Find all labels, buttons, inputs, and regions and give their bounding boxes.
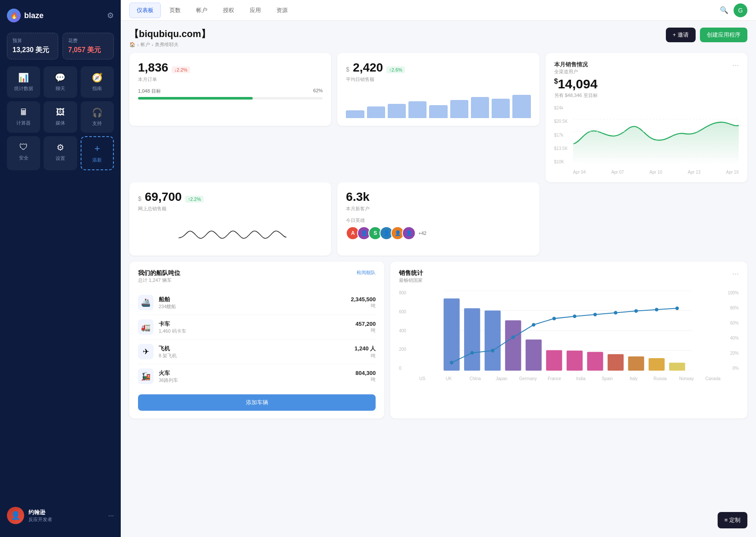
top-nav-actions: 🔍 G [720, 3, 747, 17]
nav-tab-auth[interactable]: 授权 [216, 3, 241, 18]
nav-guide-label: 指南 [92, 85, 102, 92]
nav-add-label: 添新 [92, 157, 102, 163]
user-name: 约翰逊 [28, 509, 52, 516]
create-app-button[interactable]: 创建应用程序 [700, 28, 747, 42]
svg-rect-16 [587, 352, 603, 371]
page-header: 【biqubiqu.com】 🏠 › 帐户 › 奥弗维耶夫 + 邀请 创建应用程… [129, 28, 747, 48]
svg-point-30 [634, 309, 638, 312]
country-label-china: China [466, 376, 485, 381]
bar-6 [450, 100, 468, 118]
fleet-link[interactable]: 检阅舰队 [357, 269, 376, 276]
truck-name: 卡车 [159, 320, 350, 328]
nav-stats[interactable]: 📊 统计数据 [7, 66, 40, 98]
total-sales-badge: ↑2.2% [185, 196, 204, 203]
nav-chat-label: 聊天 [56, 85, 65, 92]
orders-label: 本月订单 [138, 76, 323, 83]
bar-5 [429, 105, 447, 118]
customize-button[interactable]: ≡ 定制 [718, 512, 747, 528]
user-avatar-top[interactable]: G [734, 3, 747, 17]
country-label-italy: Italy [624, 376, 643, 381]
svg-point-28 [593, 313, 597, 316]
svg-rect-19 [649, 358, 665, 371]
add-icon: + [94, 143, 100, 154]
avg-sales-badge: ↑2.6% [386, 66, 405, 73]
bar-7 [471, 97, 489, 118]
heroes-label: 今日英雄 [346, 217, 530, 224]
security-icon: 🛡 [19, 142, 28, 152]
svg-point-31 [655, 308, 659, 311]
nav-media-label: 媒体 [56, 120, 65, 126]
nav-tab-accounts[interactable]: 帐户 [189, 3, 214, 18]
progress-section: 1,048 目标 62% [138, 88, 323, 100]
bar-3 [388, 104, 406, 118]
content-area: 【biqubiqu.com】 🏠 › 帐户 › 奥弗维耶夫 + 邀请 创建应用程… [121, 21, 756, 537]
country-label-us: US [413, 376, 432, 381]
card-menu-icon[interactable]: ··· [732, 61, 739, 70]
nav-tab-dashboard[interactable]: 仪表板 [129, 3, 161, 18]
invite-button[interactable]: + 邀请 [666, 28, 696, 42]
add-vehicle-button[interactable]: 添加车辆 [138, 394, 376, 411]
svg-point-23 [491, 349, 494, 352]
nav-calc-label: 计算器 [16, 120, 31, 126]
sales-stats-title: 销售统计 [399, 269, 423, 277]
svg-rect-13 [526, 340, 542, 371]
chat-icon: 💬 [55, 72, 66, 83]
new-customers-label: 本月新客户 [346, 206, 530, 212]
nav-support[interactable]: 🎧 支持 [81, 101, 114, 133]
total-sales-value: 69,700 [145, 190, 182, 204]
logo-icon: 🔥 [7, 9, 21, 22]
nav-security[interactable]: 🛡 安全 [7, 136, 40, 170]
nav-tab-resources[interactable]: 资源 [270, 3, 295, 18]
plane-amount: 1,240 人 [354, 345, 376, 353]
media-icon: 🖼 [56, 107, 65, 117]
train-icon: 🚂 [138, 368, 154, 384]
settings-icon[interactable]: ⚙ [107, 11, 114, 20]
nav-add[interactable]: + 添新 [81, 136, 114, 170]
total-sales-label: 网上总销售额 [138, 206, 323, 212]
header-actions: + 邀请 创建应用程序 [666, 28, 747, 42]
avg-sales-value: 2,420 [353, 61, 383, 75]
wave-chart-svg [138, 221, 323, 247]
expense-card: 花费 7,057 美元 [63, 33, 114, 59]
country-label-india: India [571, 376, 590, 381]
nav-support-label: 支持 [92, 120, 102, 127]
country-label-russia: Russia [651, 376, 670, 381]
heroes-avatars: A 👤 S 👤 👤 👤 +42 [346, 226, 530, 240]
nav-settings-icon: ⚙ [56, 142, 64, 153]
ship-unit: 吨 [351, 303, 376, 309]
nav-calculator[interactable]: 🖩 计算器 [7, 101, 40, 133]
stats-icon: 📊 [18, 72, 29, 83]
plane-icon: ✈ [138, 344, 154, 359]
sales-line-svg [573, 106, 739, 166]
breadcrumb-accounts[interactable]: 帐户 [141, 41, 150, 48]
nav-media[interactable]: 🖼 媒体 [44, 101, 77, 133]
country-label-canada: Canada [703, 376, 722, 381]
ship-icon: 🚢 [138, 295, 154, 310]
svg-point-27 [573, 315, 577, 318]
user-role: 反应开发者 [28, 516, 52, 523]
train-count: 36路列车 [159, 377, 350, 384]
hero-6: 👤 [402, 226, 416, 240]
page-title: 【biqubiqu.com】 [129, 28, 210, 41]
nav-chat[interactable]: 💬 聊天 [44, 66, 77, 98]
nav-settings[interactable]: ⚙ 设置 [44, 136, 77, 170]
search-icon[interactable]: 🔍 [720, 6, 728, 14]
breadcrumb-home[interactable]: 🏠 [129, 42, 135, 47]
budget-label: 预算 [13, 37, 53, 44]
progress-bar-fill [138, 97, 253, 100]
svg-point-25 [532, 323, 535, 326]
nav-settings-label: 设置 [56, 155, 65, 162]
calculator-icon: 🖩 [19, 107, 28, 117]
plane-name: 飞机 [159, 345, 349, 353]
svg-point-29 [614, 311, 618, 315]
nav-tab-apps[interactable]: 应用 [243, 3, 268, 18]
nav-guide[interactable]: 🧭 指南 [81, 66, 114, 98]
logo-area: 🔥 blaze [7, 9, 44, 22]
bar-9 [512, 95, 530, 118]
sales-stats-menu[interactable]: ··· [732, 269, 739, 278]
breadcrumb-user[interactable]: 奥弗维耶夫 [155, 41, 179, 48]
more-icon[interactable]: ⋯ [108, 512, 114, 519]
fleet-item-ship: 🚢 船舶 234艘船 2,345,500 吨 [138, 290, 376, 315]
nav-tab-pages[interactable]: 页数 [163, 3, 188, 18]
sales-stats-card: 销售统计 最畅销国家 ··· 800 600 400 200 0 [390, 262, 747, 418]
